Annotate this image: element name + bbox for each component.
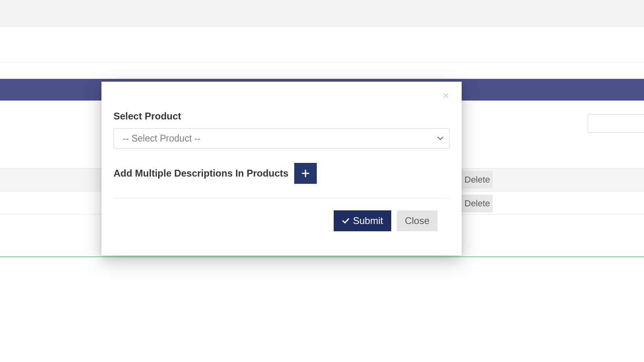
modal-body: Select Product -- Select Product -- Add … [114, 111, 450, 184]
close-icon: × [443, 90, 449, 101]
delete-button-label: Delete [464, 175, 490, 185]
select-product-value: -- Select Product -- [123, 129, 200, 148]
close-button[interactable]: Close [397, 210, 438, 231]
close-button-label: Close [405, 215, 429, 226]
modal-close-button[interactable]: × [440, 90, 452, 102]
submit-button[interactable]: Submit [334, 210, 391, 231]
add-description-button[interactable] [294, 163, 317, 184]
delete-button[interactable]: Delete [461, 195, 493, 212]
select-product-label: Select Product [114, 111, 450, 122]
modal-dialog: × Select Product -- Select Product -- Ad… [101, 82, 462, 255]
modal-footer-divider [114, 198, 450, 199]
bg-below-area [0, 257, 644, 362]
bg-divider-line [0, 257, 644, 257]
add-descriptions-row: Add Multiple Descriptions In Products [114, 163, 450, 184]
add-descriptions-label: Add Multiple Descriptions In Products [114, 168, 289, 179]
plus-icon [301, 169, 310, 177]
bg-top-band [0, 26, 644, 62]
modal-footer: Submit Close [334, 210, 438, 231]
submit-button-label: Submit [353, 215, 383, 226]
check-icon [342, 217, 350, 225]
chevron-down-icon [437, 135, 444, 142]
bg-search-input[interactable] [588, 114, 644, 133]
delete-button-label: Delete [464, 198, 490, 209]
select-product-dropdown[interactable]: -- Select Product -- [114, 128, 450, 148]
delete-button[interactable]: Delete [461, 171, 493, 189]
